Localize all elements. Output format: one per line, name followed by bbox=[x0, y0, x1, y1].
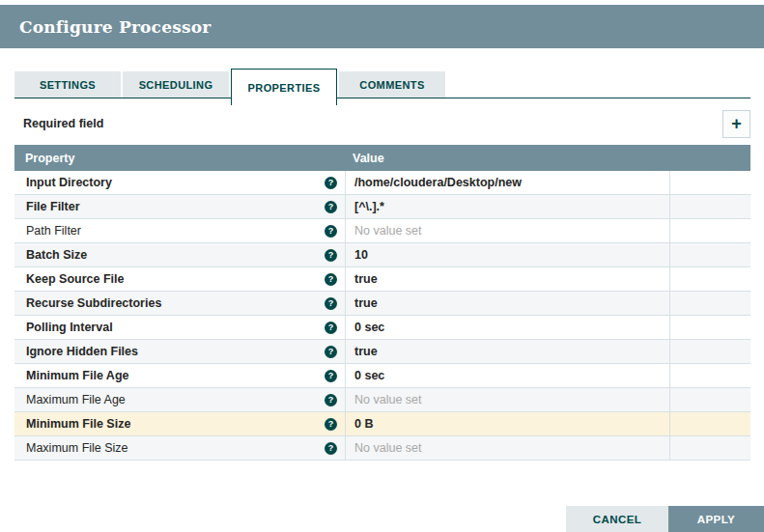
tab-comments[interactable]: COMMENTS bbox=[339, 71, 445, 98]
property-name: Ignore Hidden Files bbox=[26, 345, 138, 358]
row-extra-cell bbox=[669, 267, 750, 291]
property-value: true bbox=[354, 272, 378, 286]
help-icon[interactable]: ? bbox=[325, 442, 337, 455]
help-icon[interactable]: ? bbox=[325, 346, 337, 358]
property-value-cell[interactable]: /home/cloudera/Desktop/new bbox=[345, 171, 669, 194]
property-value: No value set bbox=[354, 224, 421, 238]
table-row: Maximum File Size?No value set bbox=[14, 436, 750, 461]
tab-bar: SETTINGSSCHEDULINGPROPERTIESCOMMENTS bbox=[14, 68, 750, 98]
property-value-cell[interactable]: No value set bbox=[345, 436, 669, 460]
table-body: Input Directory?/home/cloudera/Desktop/n… bbox=[14, 171, 750, 461]
property-name: Recurse Subdirectories bbox=[26, 296, 161, 310]
cancel-button[interactable]: CANCEL bbox=[566, 506, 668, 532]
property-name: Maximum File Size bbox=[26, 441, 128, 455]
tab-label: PROPERTIES bbox=[248, 82, 321, 94]
tab-label: SETTINGS bbox=[40, 79, 96, 91]
property-value: 0 sec bbox=[354, 321, 384, 334]
property-name-cell: Minimum File Size? bbox=[14, 412, 345, 435]
add-property-button[interactable]: + bbox=[722, 110, 750, 138]
help-icon[interactable]: ? bbox=[325, 370, 337, 382]
property-value: 10 bbox=[354, 248, 368, 262]
property-name-cell: Ignore Hidden Files? bbox=[14, 340, 345, 363]
property-value-cell[interactable]: 0 sec bbox=[345, 316, 669, 339]
property-value: [^\.].* bbox=[354, 200, 384, 213]
tab-properties[interactable]: PROPERTIES bbox=[231, 69, 337, 105]
property-name-cell: Polling Interval? bbox=[14, 316, 345, 339]
table-row: Minimum File Size?0 B bbox=[14, 412, 750, 436]
property-name: Input Directory bbox=[26, 176, 112, 189]
row-extra-cell bbox=[669, 243, 750, 266]
help-icon[interactable]: ? bbox=[325, 297, 337, 310]
dialog-title: Configure Processor bbox=[19, 17, 211, 37]
table-row: Recurse Subdirectories?true bbox=[14, 292, 750, 316]
row-extra-cell bbox=[669, 388, 750, 411]
property-value: 0 sec bbox=[354, 369, 384, 382]
property-name-cell: Input Directory? bbox=[14, 171, 345, 194]
table-row: Batch Size?10 bbox=[14, 243, 750, 267]
property-value: true bbox=[354, 296, 378, 310]
help-icon[interactable]: ? bbox=[325, 418, 337, 431]
column-header-property: Property bbox=[14, 152, 345, 165]
property-value-cell[interactable]: [^\.].* bbox=[345, 195, 669, 218]
row-extra-cell bbox=[669, 436, 750, 460]
property-name: Maximum File Age bbox=[26, 393, 126, 406]
required-field-label: Required field bbox=[23, 117, 103, 130]
property-value-cell[interactable]: true bbox=[345, 292, 669, 315]
property-value: 0 B bbox=[354, 417, 373, 431]
property-name-cell: Recurse Subdirectories? bbox=[14, 292, 345, 315]
help-icon[interactable]: ? bbox=[325, 201, 337, 213]
property-name-cell: Maximum File Age? bbox=[14, 388, 345, 411]
help-icon[interactable]: ? bbox=[325, 177, 337, 189]
dialog-header: Configure Processor bbox=[0, 5, 764, 48]
row-extra-cell bbox=[669, 412, 750, 435]
property-name: File Filter bbox=[26, 200, 80, 213]
property-name-cell: File Filter? bbox=[14, 195, 345, 218]
tab-label: COMMENTS bbox=[359, 79, 424, 91]
table-row: Minimum File Age?0 sec bbox=[14, 364, 750, 388]
property-name: Batch Size bbox=[26, 248, 87, 262]
properties-table: Property Value Input Directory?/home/clo… bbox=[14, 145, 750, 461]
row-extra-cell bbox=[669, 171, 750, 194]
table-row: Keep Source File?true bbox=[14, 267, 750, 292]
property-name: Path Filter bbox=[26, 224, 81, 238]
help-icon[interactable]: ? bbox=[325, 225, 337, 238]
help-icon[interactable]: ? bbox=[325, 322, 337, 334]
apply-button[interactable]: APPLY bbox=[668, 506, 764, 532]
property-name-cell: Batch Size? bbox=[14, 243, 345, 266]
row-extra-cell bbox=[669, 340, 750, 363]
column-header-value: Value bbox=[345, 152, 669, 165]
property-name: Minimum File Age bbox=[26, 369, 129, 382]
property-value-cell[interactable]: No value set bbox=[345, 219, 669, 242]
property-name-cell: Maximum File Size? bbox=[14, 436, 345, 460]
plus-icon: + bbox=[731, 115, 742, 132]
property-name: Keep Source File bbox=[26, 272, 124, 286]
property-value-cell[interactable]: true bbox=[345, 340, 669, 363]
table-row: Ignore Hidden Files?true bbox=[14, 340, 750, 364]
help-icon[interactable]: ? bbox=[325, 249, 337, 262]
property-name: Minimum File Size bbox=[26, 417, 130, 431]
property-value: No value set bbox=[354, 393, 421, 406]
table-row: Input Directory?/home/cloudera/Desktop/n… bbox=[14, 171, 750, 195]
property-value-cell[interactable]: true bbox=[345, 267, 669, 291]
tab-scheduling[interactable]: SCHEDULING bbox=[123, 71, 229, 98]
row-extra-cell bbox=[669, 219, 750, 242]
row-extra-cell bbox=[669, 292, 750, 315]
property-value: /home/cloudera/Desktop/new bbox=[354, 176, 522, 189]
table-row: File Filter?[^\.].* bbox=[14, 195, 750, 219]
property-value: No value set bbox=[354, 441, 421, 455]
help-icon[interactable]: ? bbox=[325, 394, 337, 406]
table-row: Path Filter?No value set bbox=[14, 219, 750, 243]
property-value: true bbox=[354, 345, 378, 358]
property-name: Polling Interval bbox=[26, 321, 113, 334]
table-row: Polling Interval?0 sec bbox=[14, 316, 750, 340]
help-icon[interactable]: ? bbox=[325, 273, 337, 286]
property-value-cell[interactable]: 0 sec bbox=[345, 364, 669, 387]
property-value-cell[interactable]: No value set bbox=[345, 388, 669, 411]
property-value-cell[interactable]: 0 B bbox=[345, 412, 669, 435]
tab-label: SCHEDULING bbox=[139, 79, 213, 91]
property-value-cell[interactable]: 10 bbox=[345, 243, 669, 266]
tab-settings[interactable]: SETTINGS bbox=[14, 71, 121, 98]
property-name-cell: Keep Source File? bbox=[14, 267, 345, 291]
row-extra-cell bbox=[669, 195, 750, 218]
property-name-cell: Minimum File Age? bbox=[14, 364, 345, 387]
